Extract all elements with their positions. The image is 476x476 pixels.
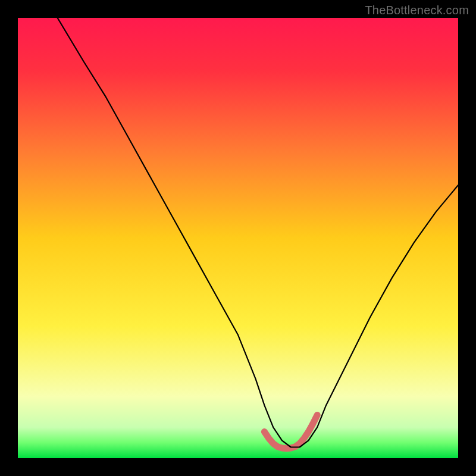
- gradient-background: [18, 18, 458, 458]
- chart-plot-area: [18, 18, 458, 458]
- chart-frame: TheBottleneck.com: [0, 0, 476, 476]
- bottleneck-chart: [18, 18, 458, 458]
- watermark-text: TheBottleneck.com: [365, 4, 469, 17]
